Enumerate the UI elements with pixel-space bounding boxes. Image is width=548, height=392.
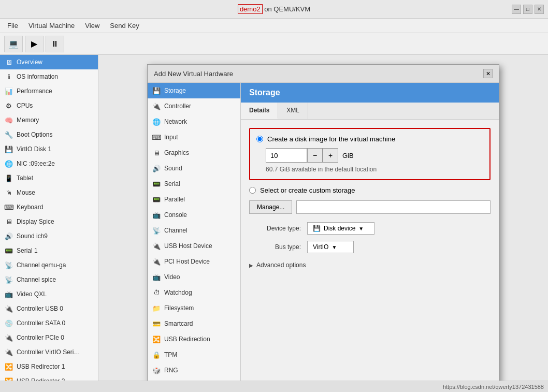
sidebar-item-usb-redir-2[interactable]: 🔀 USB Redirector 2 [0,374,98,381]
manage-button[interactable]: Manage... [249,200,292,214]
sidebar-item-boot-options[interactable]: 🔧 Boot Options [0,127,98,142]
detail-panel: Storage Details XML [241,83,499,381]
hw-item-controller[interactable]: 🔌 Controller [148,98,240,114]
sidebar-item-keyboard[interactable]: ⌨ Keyboard [0,200,98,214]
size-plus-button[interactable]: + [323,148,338,163]
hw-item-smartcard[interactable]: 💳 Smartcard [148,316,240,331]
sidebar-item-video-qxl[interactable]: 📺 Video QXL [0,287,98,301]
sidebar-item-mouse[interactable]: 🖱 Mouse [0,185,98,200]
hw-label-rng: RNG [164,367,178,374]
toolbar-pause-btn[interactable]: ⏸ [46,36,64,52]
size-input[interactable] [266,148,307,163]
sidebar-label-video-qxl: Video QXL [17,291,47,298]
title-bar: demo2 on QEMU/KVM — □ ✕ [0,0,548,19]
custom-storage-label[interactable]: Select or create custom storage [260,186,355,194]
toolbar-screen-btn[interactable]: 💻 [4,36,23,52]
sidebar-item-channel-spice[interactable]: 📡 Channel spice [0,272,98,287]
hw-label-console: Console [164,211,187,219]
virtio-disk-icon: 💾 [4,144,13,154]
hw-item-serial[interactable]: 📟 Serial [148,176,240,192]
sidebar-label-performance: Performance [17,88,52,95]
hw-item-panic-notifier[interactable]: ⚠ Panic Notifier [148,378,240,381]
sidebar-item-memory[interactable]: 🧠 Memory [0,113,98,127]
hw-item-tpm[interactable]: 🔒 TPM [148,347,240,362]
sidebar-item-ctrl-pcie[interactable]: 🔌 Controller PCIe 0 [0,330,98,345]
sound-hw-icon: 🔊 [152,164,161,173]
left-sidebar: 🖥 Overview ℹ OS information 📊 Performanc… [0,55,98,381]
sidebar-label-tablet: Tablet [17,175,33,182]
toolbar: 💻 ▶ ⏸ [0,33,548,55]
hw-item-network[interactable]: 🌐 Network [148,114,240,129]
bus-type-control: VirtIO ▼ [307,241,354,253]
size-minus-button[interactable]: − [307,148,323,163]
sidebar-item-channel-qemu[interactable]: 📡 Channel qemu-ga [0,258,98,272]
hw-item-filesystem[interactable]: 📁 Filesystem [148,300,240,316]
hw-label-filesystem: Filesystem [164,304,194,312]
advanced-arrow-icon: ▶ [249,263,253,268]
maximize-button[interactable]: □ [523,5,532,14]
hw-item-parallel[interactable]: 📟 Parallel [148,192,240,207]
advanced-options-toggle[interactable]: ▶ Advanced options [249,259,491,271]
sidebar-item-ctrl-usb[interactable]: 🔌 Controller USB 0 [0,301,98,316]
hw-item-usb-host[interactable]: 🔌 USB Host Device [148,238,240,254]
network-hw-icon: 🌐 [152,117,161,126]
sidebar-label-channel-spice: Channel spice [17,276,56,283]
sidebar-item-performance[interactable]: 📊 Performance [0,84,98,98]
hw-label-watchdog: Watchdog [164,289,192,296]
minimize-button[interactable]: — [512,5,521,14]
usb-redir-hw-icon: 🔀 [152,335,161,344]
custom-storage-radio[interactable] [249,187,256,194]
hw-label-graphics: Graphics [164,149,189,156]
tab-xml[interactable]: XML [278,103,308,119]
hw-item-video[interactable]: 📺 Video [148,269,240,285]
dialog-close-button[interactable]: ✕ [483,69,493,78]
sidebar-label-serial: Serial 1 [17,247,38,254]
manage-path-input[interactable] [296,200,491,214]
sidebar-item-sound[interactable]: 🔊 Sound ich9 [0,229,98,243]
sidebar-label-ctrl-sata: Controller SATA 0 [17,320,65,327]
hw-item-input[interactable]: ⌨ Input [148,129,240,145]
close-window-button[interactable]: ✕ [535,5,544,14]
tab-details[interactable]: Details [241,103,278,119]
hw-item-graphics[interactable]: 🖥 Graphics [148,145,240,161]
sidebar-item-os-info[interactable]: ℹ OS information [0,69,98,84]
device-type-dropdown[interactable]: 💾 Disk device ▼ [307,222,374,235]
bus-type-dropdown[interactable]: VirtIO ▼ [307,241,354,253]
hw-item-watchdog[interactable]: ⏱ Watchdog [148,285,240,300]
hw-item-storage[interactable]: 💾 Storage [148,83,240,98]
main-window: demo2 on QEMU/KVM — □ ✕ File Virtual Mac… [0,0,548,392]
os-info-icon: ℹ [4,72,13,81]
sidebar-item-tablet[interactable]: 📱 Tablet [0,171,98,185]
hw-item-pci-host[interactable]: 🔌 PCI Host Device [148,254,240,269]
hw-label-pci-host: PCI Host Device [164,258,210,265]
sidebar-label-nic: NIC :09:ee:2e [17,160,55,167]
hw-item-usb-redir[interactable]: 🔀 USB Redirection [148,331,240,347]
hw-item-channel[interactable]: 📡 Channel [148,223,240,238]
sidebar-item-cpus[interactable]: ⚙ CPUs [0,98,98,113]
bus-type-label: Bus type: [249,243,301,251]
dialog-body: 💾 Storage 🔌 Controller 🌐 Network [148,83,499,381]
sidebar-item-display-spice[interactable]: 🖥 Display Spice [0,214,98,229]
sidebar-item-ctrl-virtio[interactable]: 🔌 Controller VirtIO Seri… [0,345,98,359]
hw-item-console[interactable]: 📺 Console [148,207,240,223]
nic-icon: 🌐 [4,159,13,168]
disk-image-radio[interactable] [256,136,263,142]
memory-icon: 🧠 [4,115,13,125]
toolbar-play-btn[interactable]: ▶ [25,36,44,52]
menu-virtual-machine[interactable]: Virtual Machine [23,20,80,32]
bus-type-value: VirtIO [313,243,328,251]
sidebar-item-usb-redir-1[interactable]: 🔀 USB Redirector 1 [0,359,98,374]
menu-file[interactable]: File [2,20,23,32]
performance-icon: 📊 [4,86,13,96]
hw-item-rng[interactable]: 🎲 RNG [148,362,240,378]
channel-qemu-icon: 📡 [4,260,13,270]
menu-send-key[interactable]: Send Key [105,20,144,32]
menu-view[interactable]: View [80,20,105,32]
sidebar-item-overview[interactable]: 🖥 Overview [0,55,98,69]
sidebar-item-nic[interactable]: 🌐 NIC :09:ee:2e [0,156,98,171]
disk-image-label[interactable]: Create a disk image for the virtual mach… [267,135,395,143]
sidebar-item-serial[interactable]: 📟 Serial 1 [0,243,98,258]
hw-item-sound[interactable]: 🔊 Sound [148,161,240,176]
sidebar-item-ctrl-sata[interactable]: 💿 Controller SATA 0 [0,316,98,330]
sidebar-item-virtio-disk[interactable]: 💾 VirtIO Disk 1 [0,142,98,156]
